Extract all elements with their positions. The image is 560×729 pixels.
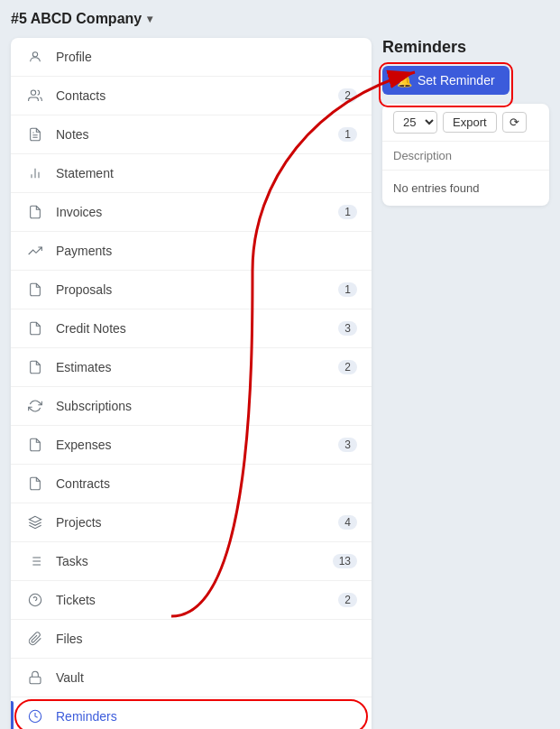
tasks-badge: 13 bbox=[333, 554, 357, 568]
users-icon bbox=[25, 86, 45, 106]
sidebar-item-label: Projects bbox=[56, 515, 338, 530]
sidebar-item-projects[interactable]: Projects 4 bbox=[11, 503, 372, 542]
sidebar-item-subscriptions[interactable]: Subscriptions bbox=[11, 387, 372, 426]
sidebar-item-statement[interactable]: Statement bbox=[11, 154, 372, 193]
sidebar-item-label: Payments bbox=[56, 244, 357, 258]
file-text-icon bbox=[25, 125, 45, 144]
sidebar-item-label: Statement bbox=[56, 166, 357, 180]
sidebar-item-label: Tickets bbox=[56, 593, 338, 607]
sidebar-item-label: Proposals bbox=[56, 282, 338, 297]
sidebar-item-label: Subscriptions bbox=[56, 399, 357, 413]
refresh-icon: ⟳ bbox=[510, 115, 519, 129]
notes-badge: 1 bbox=[338, 127, 357, 142]
sidebar-item-contacts[interactable]: Contacts 2 bbox=[11, 77, 372, 115]
sidebar-item-invoices[interactable]: Invoices 1 bbox=[11, 193, 372, 232]
sidebar-item-label: Credit Notes bbox=[56, 321, 338, 336]
sidebar-item-label: Reminders bbox=[56, 709, 357, 724]
sidebar-item-label: Expenses bbox=[56, 438, 338, 452]
chevron-down-icon[interactable]: ▾ bbox=[147, 13, 152, 25]
clock-icon bbox=[25, 706, 45, 726]
svg-point-14 bbox=[29, 594, 41, 605]
sidebar-item-contracts[interactable]: Contracts bbox=[11, 465, 372, 503]
sidebar-item-tasks[interactable]: Tasks 13 bbox=[11, 542, 372, 581]
sidebar-item-label: Vault bbox=[56, 670, 357, 685]
expenses-badge: 3 bbox=[338, 438, 357, 452]
svg-marker-7 bbox=[29, 516, 41, 522]
projects-badge: 4 bbox=[338, 515, 357, 530]
invoice-icon bbox=[25, 202, 45, 222]
credit-notes-badge: 3 bbox=[338, 321, 357, 336]
credit-notes-icon bbox=[25, 318, 45, 338]
sidebar-item-credit-notes[interactable]: Credit Notes 3 bbox=[11, 309, 372, 348]
set-reminder-button[interactable]: 🔔 Set Reminder bbox=[382, 66, 510, 95]
contracts-icon bbox=[25, 474, 45, 494]
reminder-toolbar: 25 Export ⟳ bbox=[382, 104, 549, 142]
sidebar-item-label: Contacts bbox=[56, 88, 338, 103]
reminders-title: Reminders bbox=[382, 38, 549, 57]
table-header-description: Description bbox=[382, 142, 549, 171]
empty-message: No entries found bbox=[382, 171, 549, 206]
right-panel: Reminders 🔔 Set Reminder 25 Export ⟳ bbox=[382, 38, 549, 206]
user-circle-icon bbox=[25, 47, 45, 67]
sidebar-item-reminders[interactable]: Reminders bbox=[11, 697, 372, 729]
sidebar-item-label: Tasks bbox=[56, 554, 333, 568]
bell-icon: 🔔 bbox=[397, 73, 412, 88]
reminders-card: 25 Export ⟳ Description No entries found bbox=[382, 104, 549, 206]
trending-up-icon bbox=[25, 241, 45, 261]
page-wrapper: #5 ABCD Company ▾ Profile Contacts 2 bbox=[11, 11, 549, 729]
per-page-select[interactable]: 25 bbox=[393, 111, 437, 134]
export-button[interactable]: Export bbox=[443, 112, 497, 133]
estimates-badge: 2 bbox=[338, 360, 357, 374]
sidebar-item-label: Estimates bbox=[56, 360, 338, 374]
svg-point-1 bbox=[31, 90, 35, 95]
sidebar-item-estimates[interactable]: Estimates 2 bbox=[11, 348, 372, 387]
proposals-icon bbox=[25, 280, 45, 300]
paperclip-icon bbox=[25, 629, 45, 649]
sidebar-item-tickets[interactable]: Tickets 2 bbox=[11, 581, 372, 620]
contacts-badge: 2 bbox=[338, 88, 357, 103]
help-circle-icon bbox=[25, 590, 45, 610]
sidebar-item-label: Profile bbox=[56, 50, 357, 64]
sidebar-item-label: Contracts bbox=[56, 476, 357, 491]
sidebar-item-label: Files bbox=[56, 632, 357, 646]
company-name: #5 ABCD Company bbox=[11, 11, 142, 27]
page-header: #5 ABCD Company ▾ bbox=[11, 11, 549, 27]
invoices-badge: 1 bbox=[338, 205, 357, 219]
set-reminder-label: Set Reminder bbox=[418, 73, 495, 88]
tickets-badge: 2 bbox=[338, 593, 357, 607]
bar-chart-icon bbox=[25, 163, 45, 183]
refresh-button[interactable]: ⟳ bbox=[502, 112, 527, 133]
sidebar-item-notes[interactable]: Notes 1 bbox=[11, 115, 372, 154]
svg-point-0 bbox=[32, 52, 37, 57]
sidebar-item-files[interactable]: Files bbox=[11, 620, 372, 659]
sidebar-item-expenses[interactable]: Expenses 3 bbox=[11, 426, 372, 465]
estimates-icon bbox=[25, 357, 45, 377]
layers-icon bbox=[25, 512, 45, 532]
sidebar-item-proposals[interactable]: Proposals 1 bbox=[11, 271, 372, 309]
list-icon bbox=[25, 551, 45, 571]
lock-icon bbox=[25, 668, 45, 687]
expenses-icon bbox=[25, 435, 45, 455]
proposals-badge: 1 bbox=[338, 282, 357, 297]
main-layout: Profile Contacts 2 Notes 1 bbox=[11, 38, 549, 729]
sidebar-item-payments[interactable]: Payments bbox=[11, 232, 372, 271]
sidebar-item-label: Invoices bbox=[56, 205, 338, 219]
left-nav-panel: Profile Contacts 2 Notes 1 bbox=[11, 38, 372, 729]
svg-rect-16 bbox=[30, 677, 41, 683]
sidebar-item-vault[interactable]: Vault bbox=[11, 659, 372, 697]
refresh-icon bbox=[25, 396, 45, 416]
sidebar-item-label: Notes bbox=[56, 127, 338, 142]
set-reminder-button-wrapper: 🔔 Set Reminder bbox=[382, 66, 510, 104]
sidebar-item-profile[interactable]: Profile bbox=[11, 38, 372, 77]
